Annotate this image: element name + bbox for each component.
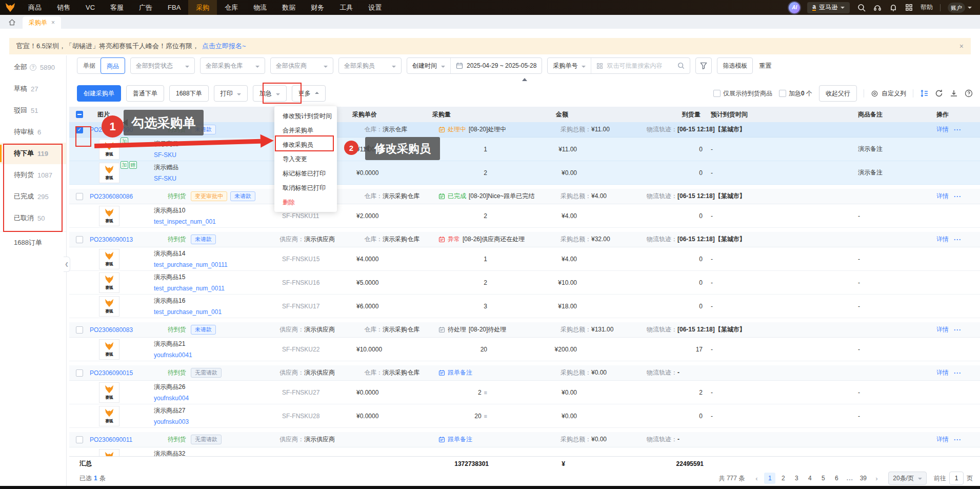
- arrival-status-select[interactable]: 全部到货状态: [130, 57, 195, 74]
- page-size-select[interactable]: 20条/页: [888, 472, 927, 485]
- collapse-parent-button[interactable]: 收起父行: [819, 85, 857, 102]
- detail-link[interactable]: 详情: [936, 325, 949, 334]
- dropdown-item-6[interactable]: 删除: [274, 195, 337, 209]
- follow-status-text[interactable]: 跟单备注: [448, 368, 472, 377]
- search-input[interactable]: [607, 62, 677, 69]
- segment-document[interactable]: 单据: [77, 58, 101, 73]
- product-sku-link[interactable]: test_inspect_num_001: [154, 218, 279, 225]
- search-type-select[interactable]: 采购单号: [548, 58, 591, 73]
- marketplace-selector[interactable]: a 亚马逊: [807, 2, 850, 13]
- create-po-button[interactable]: 创建采购单: [77, 85, 121, 102]
- order-1688-button[interactable]: 1688下单: [169, 85, 209, 102]
- dropdown-item-3[interactable]: 导入变更: [274, 152, 337, 166]
- tab-purchase-order[interactable]: 采购单 ×: [23, 16, 61, 29]
- page-button-5[interactable]: 5: [817, 473, 829, 484]
- po-checkbox[interactable]: [76, 193, 83, 200]
- announcement-signup-link[interactable]: 点击立即报名~: [202, 42, 246, 51]
- po-number-link[interactable]: PO2306090011: [90, 436, 168, 443]
- follow-status-text[interactable]: 跟单备注: [448, 435, 472, 444]
- more-actions-icon[interactable]: ···: [954, 436, 962, 443]
- detail-link[interactable]: 详情: [936, 125, 949, 134]
- close-icon[interactable]: ×: [51, 19, 55, 26]
- brand-fox-icon[interactable]: [0, 3, 21, 13]
- account-menu[interactable]: 账户: [948, 3, 972, 13]
- filter-funnel-button[interactable]: [695, 57, 712, 74]
- nav-item-11[interactable]: 工具: [332, 0, 361, 15]
- only-arriving-checkbox[interactable]: [713, 90, 721, 97]
- more-actions-icon[interactable]: ···: [954, 193, 962, 200]
- row-height-icon[interactable]: [920, 89, 928, 97]
- page-button-1[interactable]: 1: [764, 473, 775, 484]
- date-range-input[interactable]: 2025-04-29 ~ 2025-05-28: [450, 58, 542, 73]
- po-number-link[interactable]: PO2306090013: [90, 236, 168, 243]
- search-icon[interactable]: [677, 62, 685, 69]
- supplier-select[interactable]: 全部供应商: [270, 57, 333, 74]
- more-actions-icon[interactable]: ···: [954, 326, 962, 334]
- sidebar-item-1[interactable]: 草稿27: [0, 78, 66, 100]
- nav-item-7[interactable]: 仓库: [217, 0, 246, 15]
- nav-item-4[interactable]: 广告: [131, 0, 160, 15]
- qty-detail-icon[interactable]: ≡: [484, 389, 487, 396]
- buyer-select[interactable]: 全部采购员: [338, 57, 402, 74]
- detail-link[interactable]: 详情: [936, 435, 949, 444]
- product-sku-link[interactable]: youfnsku0041: [154, 351, 279, 359]
- dropdown-item-4[interactable]: 标记标签已打印: [274, 166, 337, 181]
- reset-button[interactable]: 重置: [759, 62, 771, 70]
- nav-item-8[interactable]: 物流: [246, 0, 274, 15]
- apps-grid-icon[interactable]: [905, 3, 913, 12]
- more-actions-icon[interactable]: ···: [954, 369, 962, 377]
- more-actions-icon[interactable]: ···: [954, 236, 962, 243]
- sidebar-collapse-handle[interactable]: ❮: [64, 257, 70, 272]
- page-button-39[interactable]: 39: [857, 473, 869, 484]
- product-sku-link[interactable]: test_purchase_num_0011: [154, 285, 279, 292]
- time-type-select[interactable]: 创建时间: [407, 58, 450, 73]
- nav-item-9[interactable]: 数据: [274, 0, 303, 15]
- nav-item-5[interactable]: FBA: [160, 0, 188, 15]
- normal-order-button[interactable]: 普通下单: [126, 85, 164, 102]
- qty-detail-icon[interactable]: ≡: [484, 413, 487, 419]
- page-button-2[interactable]: 2: [777, 473, 789, 484]
- nav-item-10[interactable]: 财务: [303, 0, 332, 15]
- product-sku-link[interactable]: SF-SKU: [154, 175, 279, 182]
- sidebar-item-8[interactable]: 1688订单: [0, 231, 66, 253]
- collapse-filter-icon[interactable]: [522, 75, 527, 81]
- more-actions-icon[interactable]: ···: [954, 126, 962, 133]
- nav-item-1[interactable]: 销售: [49, 0, 78, 15]
- help-link[interactable]: 帮助: [921, 3, 933, 12]
- sidebar-item-2[interactable]: 驳回51: [0, 100, 66, 121]
- detail-link[interactable]: 详情: [936, 368, 949, 377]
- select-all-checkbox[interactable]: [76, 111, 83, 118]
- po-checkbox[interactable]: [76, 436, 83, 443]
- page-button-...[interactable]: ...: [844, 473, 855, 484]
- page-button-3[interactable]: 3: [791, 473, 802, 484]
- nav-item-0[interactable]: 商品: [21, 0, 49, 15]
- prev-page-icon[interactable]: ‹: [752, 475, 761, 482]
- close-icon[interactable]: ×: [959, 42, 964, 50]
- po-checkbox[interactable]: [76, 326, 83, 334]
- product-sku-link[interactable]: test_purchase_num_001: [154, 308, 279, 316]
- detail-link[interactable]: 详情: [936, 192, 949, 201]
- dropdown-item-5[interactable]: 取消标签已打印: [274, 181, 337, 195]
- dropdown-item-0[interactable]: 修改预计到货时间: [274, 109, 337, 123]
- help-circle-icon[interactable]: [965, 89, 973, 97]
- nav-item-6[interactable]: 采购: [188, 0, 217, 15]
- refresh-icon[interactable]: [935, 89, 943, 97]
- product-sku-link[interactable]: SF-SKU: [154, 151, 279, 159]
- export-icon[interactable]: [950, 89, 958, 97]
- po-number-link[interactable]: PO2306090015: [90, 369, 168, 377]
- nav-item-3[interactable]: 客服: [103, 0, 131, 15]
- sidebar-item-3[interactable]: 待审核6: [0, 121, 66, 143]
- home-icon[interactable]: [5, 16, 18, 28]
- po-number-link[interactable]: PO2306080086: [90, 193, 168, 200]
- product-sku-link[interactable]: test_purchase_num_00111: [154, 261, 279, 268]
- product-sku-link[interactable]: youfnsku004: [154, 395, 279, 402]
- custom-columns-button[interactable]: 自定义列: [871, 89, 906, 98]
- po-number-link[interactable]: PO2306080083: [90, 326, 168, 334]
- nav-item-2[interactable]: VC: [78, 0, 103, 15]
- segment-product[interactable]: 商品: [101, 57, 125, 74]
- ai-assistant-icon[interactable]: AI: [789, 2, 800, 13]
- po-checkbox[interactable]: [76, 236, 83, 243]
- purchase-warehouse-select[interactable]: 全部采购仓库: [200, 57, 265, 74]
- urgent-filter-checkbox[interactable]: [779, 90, 786, 97]
- detail-link[interactable]: 详情: [936, 235, 949, 244]
